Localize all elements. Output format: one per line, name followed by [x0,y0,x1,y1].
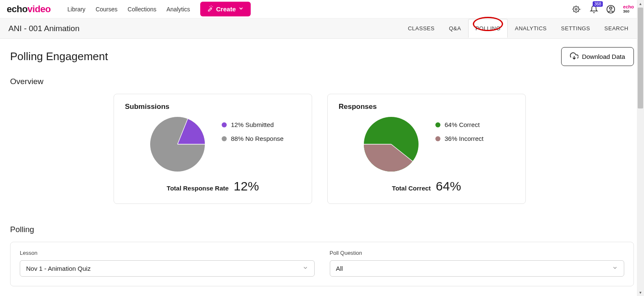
top-nav: echovideo Library Courses Collections An… [0,0,644,18]
user-account-icon[interactable] [606,5,615,14]
course-title: ANI - 001 Animation [8,24,80,33]
brand-part2: video [27,4,50,14]
tab-qa[interactable]: Q&A [442,19,468,38]
question-filter-label: Poll Question [330,250,625,256]
echo360-logo[interactable]: echo360 [623,5,634,13]
svg-point-2 [610,7,612,9]
page-header: Polling Engagement Download Data [10,47,634,66]
legend-correct-label: 64% Correct [445,121,480,128]
scroll-up-arrow-icon[interactable]: ▴ [637,0,644,7]
mini-brand-1: echo [623,4,634,9]
main-nav: Library Courses Collections Analytics [67,6,190,13]
legend-no-response: 88% No Response [222,135,284,142]
chevron-down-icon [302,265,308,272]
chevron-down-icon [612,265,618,272]
nav-analytics[interactable]: Analytics [167,6,190,13]
nav-library[interactable]: Library [67,6,85,13]
settings-gear-icon[interactable] [572,5,582,14]
submissions-card: Submissions 12% Submitted [114,94,312,204]
responses-title: Responses [339,103,514,111]
tab-polling[interactable]: POLLING [468,19,508,38]
question-select[interactable]: All [330,260,625,277]
lesson-filter-label: Lesson [20,250,315,256]
brand-logo[interactable]: echovideo [7,4,50,15]
question-filter: Poll Question All [330,250,625,277]
submissions-footer: Total Response Rate 12% [125,179,301,193]
responses-legend: 64% Correct 36% Incorrect [435,117,484,142]
lesson-select[interactable]: Nov 1 - Animation Quiz [20,260,315,277]
dot-icon [222,136,227,141]
polling-filters: Lesson Nov 1 - Animation Quiz Poll Quest… [10,242,634,286]
responses-foot-value: 64% [436,179,461,193]
overview-cards: Submissions 12% Submitted [114,94,634,204]
create-label: Create [216,5,236,13]
nav-courses[interactable]: Courses [95,6,117,13]
question-select-value: All [336,265,343,272]
tab-polling-label: POLLING [475,25,501,32]
mini-brand-2: 360 [623,9,629,13]
lesson-select-value: Nov 1 - Animation Quiz [26,265,90,272]
nav-collections[interactable]: Collections [127,6,156,13]
legend-submitted-label: 12% Submitted [231,121,274,128]
download-cloud-icon [570,52,578,61]
polling-heading: Polling [10,225,634,234]
legend-incorrect-label: 36% Incorrect [445,135,484,142]
submissions-foot-value: 12% [234,179,259,193]
create-button[interactable]: Create [200,2,251,16]
top-icon-bar: 368 echo360 [572,5,634,14]
submissions-foot-label: Total Response Rate [167,185,228,192]
legend-correct: 64% Correct [435,121,484,128]
brand-part1: echo [7,4,27,14]
submissions-title: Submissions [125,103,301,111]
wand-icon [207,5,214,13]
notification-badge: 368 [593,1,603,7]
scroll-down-arrow-icon[interactable]: ▾ [637,289,644,296]
responses-foot-label: Total Correct [392,185,431,192]
download-data-button[interactable]: Download Data [561,47,634,66]
scroll-thumb[interactable] [638,8,643,108]
submissions-legend: 12% Submitted 88% No Response [222,117,284,142]
page-title: Polling Engagement [10,50,108,63]
svg-point-0 [575,8,577,10]
dot-icon [435,122,440,127]
chevron-down-icon [238,5,244,13]
responses-pie-chart [364,117,419,172]
tab-settings[interactable]: SETTINGS [554,19,597,38]
submissions-pie-chart [150,117,205,172]
course-tabs: CLASSES Q&A POLLING ANALYTICS SETTINGS S… [401,19,636,38]
tab-analytics[interactable]: ANALYTICS [508,19,554,38]
tab-classes[interactable]: CLASSES [401,19,442,38]
legend-incorrect: 36% Incorrect [435,135,484,142]
course-subnav: ANI - 001 Animation CLASSES Q&A POLLING … [0,18,644,39]
legend-submitted: 12% Submitted [222,121,284,128]
dot-icon [222,122,227,127]
responses-footer: Total Correct 64% [339,179,514,193]
overview-heading: Overview [10,77,634,86]
notifications-bell-icon[interactable]: 368 [589,5,599,14]
responses-card: Responses 64% Correct [327,94,526,204]
legend-no-response-label: 88% No Response [231,135,284,142]
dot-icon [435,136,440,141]
lesson-filter: Lesson Nov 1 - Animation Quiz [20,250,315,277]
tab-search[interactable]: SEARCH [597,19,636,38]
vertical-scrollbar[interactable]: ▴ ▾ [637,0,644,296]
page-content: Polling Engagement Download Data Overvie… [0,39,644,296]
download-label: Download Data [582,53,625,60]
